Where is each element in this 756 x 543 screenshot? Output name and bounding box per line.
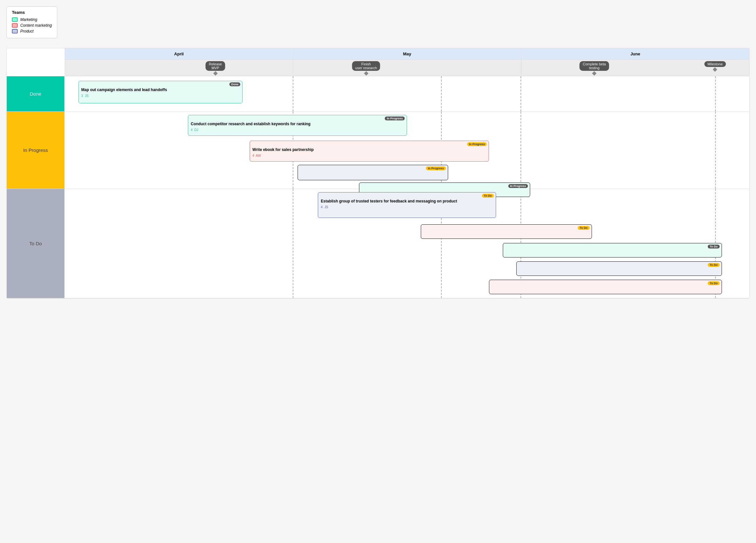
milestone-beta-testing: Complete betatesting [580,61,609,75]
legend-item-product: Product [12,29,52,33]
row-label-done: Done [7,76,65,111]
task-bar-content-todo[interactable]: To Do [421,224,592,239]
legend-label-marketing: Marketing [20,17,37,22]
milestone-badge-beta-testing: Complete betatesting [580,61,609,71]
dashed-line-4 [715,76,716,111]
row-content-in-progress: In Progress Conduct competitor research … [65,112,749,189]
task-title-map-campaign: Map out campaign elements and lead hando… [81,87,240,93]
content-color-swatch [12,23,18,28]
page: Teams Marketing Content marketing Produc… [0,0,756,543]
status-badge-td-4: To Do [708,263,720,267]
status-badge-td-1: To Do [482,194,494,198]
row-label-done-text: Done [30,91,41,97]
task-bar-product-ip[interactable]: In Progress [298,165,448,180]
legend-item-content: Content marketing [12,23,52,28]
milestone-row: ReleaseMVP Finishuser research Complete … [65,60,749,76]
task-meta-map-campaign: 3 JS [81,94,240,97]
milestone-badge-general: Milestone [704,61,726,67]
dashed-line-3 [521,76,521,111]
legend-title: Teams [12,10,52,15]
row-label-in-progress-text: In Progress [23,147,48,153]
gantt-row-to-do: To Do To Do Establish group of trusted t… [7,189,749,299]
status-badge-done: Done [229,82,241,86]
task-card-map-campaign[interactable]: Done Map out campaign elements and lead … [78,81,243,103]
status-badge-td-5: To Do [708,281,720,285]
milestone-finish-research: Finishuser research [352,61,380,75]
task-meta-competitor-research: 4 DJ [191,128,404,132]
row-label-in-progress: In Progress [7,112,65,189]
milestone-diamond-release-mvp [213,71,217,76]
month-may: May [293,48,521,60]
milestone-diamond-finish-research [364,71,368,76]
milestone-badge-finish-research: Finishuser research [352,61,380,71]
status-badge-ip-2: In Progress [467,142,487,146]
marketing-color-swatch [12,17,18,22]
dashed-line-ip-3 [521,112,521,189]
task-title-write-ebook: Write ebook for sales partnership [253,147,486,152]
status-badge-ip-3: In Progress [426,166,446,170]
task-card-establish-testers[interactable]: To Do Establish group of trusted testers… [318,192,496,218]
dashed-line-td-1 [293,189,293,298]
task-card-write-ebook[interactable]: In Progress Write ebook for sales partne… [250,141,489,161]
row-label-to-do-text: To Do [29,241,42,246]
milestone-col-april: ReleaseMVP [65,60,293,76]
task-bar-content-todo-2[interactable]: To Do [489,280,722,294]
row-content-done: Done Map out campaign elements and lead … [65,76,749,111]
gantt-body: Done Done Map out campaign elements and … [7,76,749,299]
milestone-diamond-general [713,67,717,72]
status-badge-td-2: To Do [578,226,590,230]
gantt-row-done: Done Done Map out campaign elements and … [7,76,749,112]
task-meta-establish-testers: 4 JS [321,205,493,209]
task-title-establish-testers: Establish group of trusted testers for f… [321,199,493,204]
dashed-line-2 [441,76,442,111]
milestone-col-june: Complete betatesting Milestone [521,60,749,76]
month-header-row: April May June [65,48,749,60]
row-label-to-do: To Do [7,189,65,298]
gantt-row-in-progress: In Progress In Progress Conduct competit… [7,112,749,189]
legend: Teams Marketing Content marketing Produc… [6,6,57,38]
dashed-line-ip-4 [715,112,716,189]
milestone-general: Milestone [704,61,726,71]
task-card-competitor-research[interactable]: In Progress Conduct competitor research … [188,115,407,136]
month-june: June [521,48,749,60]
gantt-chart: April May June ReleaseMVP Finishuser res… [6,48,750,299]
legend-item-marketing: Marketing [12,17,52,22]
task-title-competitor-research: Conduct competitor research and establis… [191,122,404,127]
product-color-swatch [12,29,18,33]
row-content-to-do: To Do Establish group of trusted testers… [65,189,749,298]
month-april: April [65,48,293,60]
legend-label-product: Product [20,29,33,33]
legend-label-content: Content marketing [20,23,52,28]
milestone-diamond-beta-testing [592,71,596,76]
status-badge-td-3: To Do [708,244,720,248]
milestone-col-may: Finishuser research [293,60,521,76]
task-bar-marketing-todo[interactable]: To Do [503,243,722,257]
milestone-badge-release-mvp: ReleaseMVP [206,61,225,71]
status-badge-ip-1: In Progress [385,116,405,120]
milestone-release-mvp: ReleaseMVP [206,61,225,75]
dashed-line-1 [293,76,293,111]
status-badge-ip-4: In Progress [508,184,528,188]
task-bar-product-todo[interactable]: To Do [516,261,722,276]
task-meta-write-ebook: 4 AW [253,154,486,157]
